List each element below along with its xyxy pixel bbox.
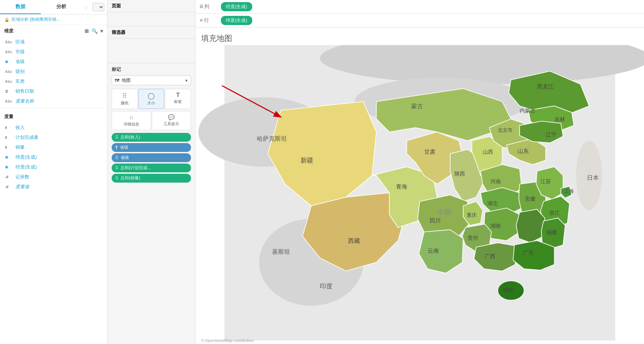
svg-text:湖南: 湖南 <box>490 223 501 229</box>
dim-label: 度量名称 <box>16 98 34 104</box>
svg-text:广西: 广西 <box>485 253 495 259</box>
columns-pill[interactable]: 经度(生成) <box>221 2 252 11</box>
pages-area <box>107 12 195 26</box>
measure-item-jihua[interactable]: # 计划完成量 <box>0 133 107 142</box>
measure-label: 计划完成量 <box>16 134 38 141</box>
dim-item-duliangmingcheng[interactable]: Abc 度量名称 <box>0 96 107 106</box>
detail-label: 详细信息 <box>124 122 139 127</box>
measures-title: 度量 <box>4 113 13 120</box>
measure-label: 经度(生成) <box>16 164 37 170</box>
measure-type: -# <box>5 185 13 189</box>
size-icon: ◯ <box>148 92 155 100</box>
svg-text:陕西: 陕西 <box>454 171 465 177</box>
filters-area <box>107 39 195 63</box>
grid-icon[interactable]: ⊞ <box>85 28 89 34</box>
rows-pill[interactable]: 纬度(生成) <box>221 16 252 25</box>
measure-item-shouru[interactable]: # 收入 <box>0 123 107 133</box>
mark-tooltip-btn[interactable]: 💬 工具提示 <box>152 111 191 130</box>
svg-text:江苏: 江苏 <box>540 179 551 184</box>
measure-label: 收入 <box>16 124 25 131</box>
dim-label: 销售日期 <box>16 88 34 94</box>
dim-label: 车类 <box>16 78 25 85</box>
chart-title: 填充地图 <box>201 33 638 44</box>
pill-icon: ⠿ <box>115 135 118 140</box>
tooltip-icon: 💬 <box>168 114 175 121</box>
dim-label: 级别 <box>16 68 25 75</box>
measure-type-geo: ⊕ <box>5 155 13 160</box>
measures-list: # 收入 # 计划完成量 # 销量 ⊕ 纬度(生成) ⊕ 经度(生成) -# 记… <box>0 123 107 192</box>
svg-text:四川: 四川 <box>429 217 441 223</box>
pill-label: 省级 <box>120 145 128 150</box>
svg-text:浙江: 浙江 <box>549 210 560 216</box>
search-icon[interactable]: 🔍 <box>92 28 98 34</box>
dim-type: Abc <box>5 79 13 84</box>
svg-text:印度: 印度 <box>320 282 333 290</box>
marks-section: 标记 🗺 地图 ▾ ⠿ 颜色 ◯ 大小 T 标签 <box>107 63 195 187</box>
map-icon: 🗺 <box>115 78 119 83</box>
svg-text:贵州: 贵州 <box>467 235 478 241</box>
size-label: 大小 <box>147 100 155 106</box>
filters-label: 筛选器 <box>107 26 195 39</box>
rows-shelf: ≡ 行 纬度(生成) <box>196 14 644 27</box>
measure-item-jilvshu[interactable]: -# 记录数 <box>0 172 107 182</box>
svg-text:重庆: 重庆 <box>467 213 477 218</box>
pill-icon: ⠿ <box>115 155 118 160</box>
dim-item-chelei[interactable]: Abc 车类 <box>0 76 107 86</box>
dim-type: Abc <box>5 99 13 103</box>
dim-item-quyu[interactable]: Abc 区域 <box>0 37 107 47</box>
measure-item-weidu[interactable]: ⊕ 纬度(生成) <box>0 152 107 162</box>
measure-item-duliangzhi[interactable]: -# 度量值 <box>0 182 107 192</box>
detail-icon: ⠶ <box>129 114 134 121</box>
dim-type: Abc <box>5 69 13 74</box>
right-panel: iii 列 经度(生成) ≡ 行 纬度(生成) 填充地图 <box>196 0 644 344</box>
map-copyright: © OpenStreetMap contributors <box>201 338 254 343</box>
svg-text:蒙古: 蒙古 <box>411 103 423 110</box>
pill-jihua[interactable]: ⠿ 总和(计划完成... <box>112 164 191 172</box>
measure-item-xiaoliang[interactable]: # 销量 <box>0 142 107 152</box>
dim-item-jibie[interactable]: Abc 级别 <box>0 67 107 76</box>
pill-xiaoliang[interactable]: ⠿ 总和(销量) <box>112 174 191 183</box>
dim-label: 区域 <box>16 39 25 45</box>
pill-shouru[interactable]: ⠿ 总和(收入) <box>112 133 191 142</box>
pill-label: 总和(收入) <box>120 134 140 140</box>
dim-item-shengji[interactable]: ⊕ 省级 <box>0 57 107 67</box>
pill-icon: ⠿ <box>115 176 118 181</box>
dim-item-xiaoshouriqi[interactable]: 🗓 销售日期 <box>0 86 107 96</box>
pill-shengji-label[interactable]: T 省级 <box>112 143 191 152</box>
tab-data[interactable]: 数据 <box>0 0 41 14</box>
mark-color-btn[interactable]: ⠿ 颜色 <box>112 89 138 109</box>
left-tabs-header: 数据 分析 ◇ <box>0 0 107 14</box>
dim-item-shiji[interactable]: Abc 市级 <box>0 47 107 57</box>
dimensions-title: 维度 <box>4 28 13 34</box>
measure-type: # <box>5 145 13 149</box>
pill-label: 省级 <box>120 155 129 161</box>
pill-shengji-dots[interactable]: ⠿ 省级 <box>112 153 191 162</box>
svg-text:云南: 云南 <box>428 247 439 254</box>
svg-text:基斯坦: 基斯坦 <box>272 248 290 255</box>
measure-label: 纬度(生成) <box>16 154 37 160</box>
color-label: 颜色 <box>121 100 129 106</box>
measure-item-jingdu[interactable]: ⊕ 经度(生成) <box>0 162 107 172</box>
marks-type-label: 地图 <box>122 77 131 84</box>
pill-icon: ⠿ <box>115 166 118 171</box>
left-panel: 数据 分析 ◇ 🔒 区域分析 (热销乘用车销... 维度 ⊞ 🔍 ▾ Abc 区… <box>0 0 107 344</box>
tab-analysis[interactable]: 分析 <box>41 0 82 14</box>
measure-type-geo: ⊕ <box>5 165 13 170</box>
marks-type-dropdown[interactable]: 🗺 地图 ▾ <box>112 75 191 85</box>
expand-icon[interactable]: ▾ <box>100 28 103 34</box>
svg-text:黑龙江: 黑龙江 <box>537 83 554 90</box>
measure-type: # <box>5 135 13 140</box>
source-label[interactable]: 🔒 区域分析 (热销乘用车销... <box>0 14 107 25</box>
svg-text:甘肃: 甘肃 <box>424 148 435 155</box>
svg-text:北京市: 北京市 <box>498 128 513 133</box>
svg-text:吉林: 吉林 <box>555 117 565 122</box>
measure-type: # <box>5 125 13 130</box>
analysis-dropdown[interactable] <box>92 3 104 11</box>
mark-detail-btn[interactable]: ⠶ 详细信息 <box>112 111 151 130</box>
mark-label-btn[interactable]: T 标签 <box>165 89 191 109</box>
mark-size-btn[interactable]: ◯ 大小 <box>138 89 165 109</box>
color-dots-icon: ⠿ <box>122 92 127 100</box>
pill-label: 总和(计划完成... <box>120 165 151 171</box>
dim-type-geo: ⊕ <box>5 60 13 64</box>
rows-icon: ≡ 行 <box>200 17 217 24</box>
